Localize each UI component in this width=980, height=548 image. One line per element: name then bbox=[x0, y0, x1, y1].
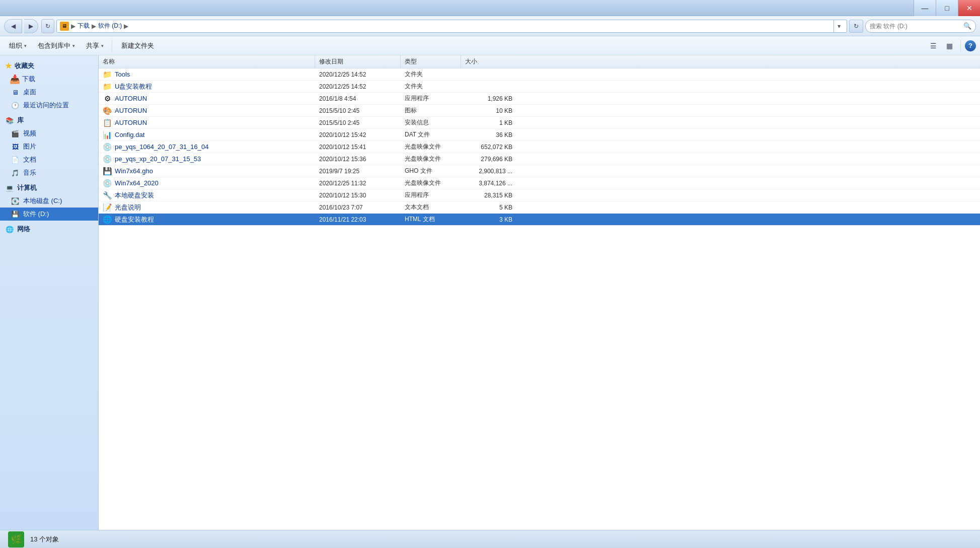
file-type: DAT 文件 bbox=[401, 130, 461, 139]
desktop-icon: 🖥 bbox=[10, 88, 20, 97]
view-button-1[interactable]: ☰ bbox=[926, 39, 940, 53]
status-icon: 🌿 bbox=[8, 531, 24, 547]
sidebar-item-doc[interactable]: 📄 文档 bbox=[0, 153, 98, 166]
col-name-header[interactable]: 名称 bbox=[99, 55, 315, 68]
file-name-text: 光盘说明 bbox=[115, 203, 141, 212]
new-folder-label: 新建文件夹 bbox=[121, 41, 154, 50]
close-button[interactable]: ✕ bbox=[958, 0, 980, 16]
path-ddrive[interactable]: 软件 (D:) bbox=[98, 22, 122, 30]
file-name-cell: ⚙ AUTORUN bbox=[99, 94, 315, 103]
file-name-text: pe_yqs_1064_20_07_31_16_04 bbox=[115, 143, 209, 151]
file-icon: 💿 bbox=[103, 179, 112, 188]
file-type: 文本文档 bbox=[401, 203, 461, 212]
status-bar: 🌿 13 个对象 bbox=[0, 530, 980, 548]
view-button-2[interactable]: ▦ bbox=[942, 39, 956, 53]
back-button[interactable]: ◀ bbox=[4, 19, 22, 33]
table-row[interactable]: 🌐 硬盘安装教程 2016/11/21 22:03 HTML 文档 3 KB bbox=[99, 214, 980, 226]
table-row[interactable]: ⚙ AUTORUN 2016/1/8 4:54 应用程序 1,926 KB bbox=[99, 93, 980, 105]
file-date: 2020/12/25 11:32 bbox=[315, 180, 401, 187]
file-type: 应用程序 bbox=[401, 191, 461, 199]
table-row[interactable]: 📁 Tools 2020/12/25 14:52 文件夹 bbox=[99, 68, 980, 81]
path-computer[interactable]: 下载 bbox=[78, 22, 90, 30]
file-icon: 💿 bbox=[103, 143, 112, 152]
file-type: 图标 bbox=[401, 106, 461, 115]
doc-label: 文档 bbox=[23, 155, 36, 164]
doc-icon: 📄 bbox=[10, 155, 20, 164]
file-name-cell: 🎨 AUTORUN bbox=[99, 106, 315, 115]
table-row[interactable]: 📊 Config.dat 2020/10/12 15:42 DAT 文件 36 … bbox=[99, 129, 980, 141]
minimize-button[interactable]: — bbox=[914, 0, 936, 16]
toolbar-right: ☰ ▦ ? bbox=[926, 39, 976, 53]
image-label: 图片 bbox=[23, 142, 36, 151]
file-name-text: Config.dat bbox=[115, 131, 144, 139]
file-name-cell: 💿 Win7x64_2020 bbox=[99, 179, 315, 188]
file-date: 2020/12/25 14:52 bbox=[315, 83, 401, 90]
sidebar-item-download[interactable]: 📥 下载 bbox=[0, 73, 98, 86]
sidebar-item-ddrive[interactable]: 💾 软件 (D:) bbox=[0, 208, 98, 221]
table-row[interactable]: 📝 光盘说明 2016/10/23 7:07 文本文档 5 KB bbox=[99, 201, 980, 214]
organize-label: 组织 bbox=[9, 41, 22, 50]
computer-header-label: 计算机 bbox=[17, 183, 37, 192]
file-type: 安装信息 bbox=[401, 118, 461, 127]
image-icon: 🖼 bbox=[10, 142, 20, 151]
toolbar-separator bbox=[112, 40, 112, 52]
refresh-button[interactable]: ↻ bbox=[41, 19, 54, 33]
table-row[interactable]: 💿 pe_yqs_xp_20_07_31_15_53 2020/10/12 15… bbox=[99, 153, 980, 165]
file-icon: 📝 bbox=[103, 203, 112, 212]
file-name-cell: 📝 光盘说明 bbox=[99, 203, 315, 212]
file-list: 📁 Tools 2020/12/25 14:52 文件夹 📁 U盘安装教程 20… bbox=[99, 68, 980, 530]
table-row[interactable]: 🎨 AUTORUN 2015/5/10 2:45 图标 10 KB bbox=[99, 105, 980, 117]
toolbar: 组织 ▾ 包含到库中 ▾ 共享 ▾ 新建文件夹 ☰ ▦ ? bbox=[0, 36, 980, 55]
sidebar-item-recent[interactable]: 🕐 最近访问的位置 bbox=[0, 99, 98, 112]
file-date: 2020/10/12 15:41 bbox=[315, 144, 401, 151]
file-icon: 🌐 bbox=[103, 215, 112, 224]
cdrive-icon: 💽 bbox=[10, 196, 20, 206]
col-date-header[interactable]: 修改日期 bbox=[315, 55, 401, 68]
file-date: 2020/10/12 15:36 bbox=[315, 156, 401, 163]
file-name-cell: 💾 Win7x64.gho bbox=[99, 167, 315, 176]
table-row[interactable]: 💿 pe_yqs_1064_20_07_31_16_04 2020/10/12 … bbox=[99, 141, 980, 153]
search-box[interactable]: 🔍 bbox=[865, 20, 976, 33]
file-icon: ⚙ bbox=[103, 94, 112, 103]
file-name-text: Tools bbox=[115, 71, 130, 78]
include-button[interactable]: 包含到库中 ▾ bbox=[33, 38, 80, 53]
col-type-header[interactable]: 类型 bbox=[401, 55, 461, 68]
table-row[interactable]: 💾 Win7x64.gho 2019/9/7 19:25 GHO 文件 2,90… bbox=[99, 165, 980, 177]
sidebar-item-cdrive[interactable]: 💽 本地磁盘 (C:) bbox=[0, 194, 98, 208]
file-name-text: 硬盘安装教程 bbox=[115, 215, 154, 224]
address-refresh-button[interactable]: ↻ bbox=[849, 20, 863, 33]
search-input[interactable] bbox=[870, 23, 961, 30]
path-dropdown[interactable]: ▾ bbox=[834, 20, 844, 33]
file-name-cell: 📋 AUTORUN bbox=[99, 118, 315, 127]
file-size: 10 KB bbox=[461, 107, 516, 114]
file-date: 2016/1/8 4:54 bbox=[315, 95, 401, 102]
sidebar-item-desktop[interactable]: 🖥 桌面 bbox=[0, 86, 98, 99]
col-size-header[interactable]: 大小 bbox=[461, 55, 516, 68]
file-name-text: AUTORUN bbox=[115, 107, 147, 114]
table-row[interactable]: 📋 AUTORUN 2015/5/10 2:45 安装信息 1 KB bbox=[99, 117, 980, 129]
new-folder-button[interactable]: 新建文件夹 bbox=[115, 38, 160, 53]
file-icon: 🔧 bbox=[103, 191, 112, 200]
table-row[interactable]: 💿 Win7x64_2020 2020/12/25 11:32 光盘映像文件 3… bbox=[99, 177, 980, 189]
computer-header: 💻 计算机 bbox=[0, 181, 98, 194]
address-bar: ◀ ▶ ↻ 🖥 ▶ 下载 ▶ 软件 (D:) ▶ ▾ ↻ 🔍 bbox=[0, 16, 980, 36]
network-header: 🌐 网络 bbox=[0, 223, 98, 236]
path-separator-3: ▶ bbox=[124, 23, 128, 30]
video-label: 视频 bbox=[23, 129, 36, 138]
help-button[interactable]: ? bbox=[965, 40, 976, 51]
share-button[interactable]: 共享 ▾ bbox=[81, 38, 109, 53]
table-row[interactable]: 🔧 本地硬盘安装 2020/10/12 15:30 应用程序 28,315 KB bbox=[99, 189, 980, 201]
table-row[interactable]: 📁 U盘安装教程 2020/12/25 14:52 文件夹 bbox=[99, 81, 980, 93]
sidebar-item-music[interactable]: 🎵 音乐 bbox=[0, 166, 98, 179]
file-name-cell: 💿 pe_yqs_1064_20_07_31_16_04 bbox=[99, 143, 315, 152]
recent-icon: 🕐 bbox=[10, 101, 20, 110]
organize-button[interactable]: 组织 ▾ bbox=[4, 38, 32, 53]
share-label: 共享 bbox=[86, 41, 99, 50]
computer-icon: 💻 bbox=[5, 184, 14, 192]
sidebar-item-video[interactable]: 🎬 视频 bbox=[0, 127, 98, 140]
sidebar-item-image[interactable]: 🖼 图片 bbox=[0, 140, 98, 153]
maximize-button[interactable]: □ bbox=[936, 0, 958, 16]
forward-button[interactable]: ▶ bbox=[24, 19, 38, 33]
library-header: 📚 库 bbox=[0, 114, 98, 127]
file-icon: 📁 bbox=[103, 82, 112, 91]
